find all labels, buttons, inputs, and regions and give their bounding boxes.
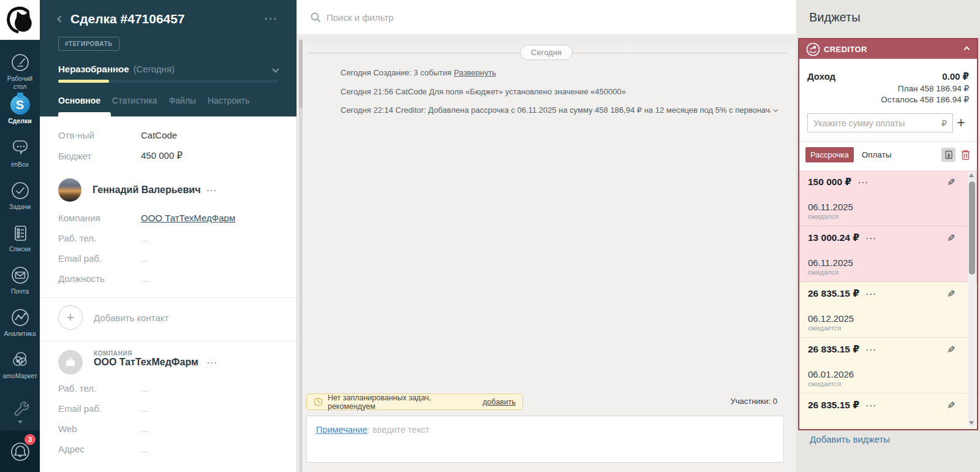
sidebar-item-lists[interactable]: Списки <box>0 223 40 253</box>
sidebar-item-mail[interactable]: Почта <box>0 265 40 295</box>
mail-icon <box>0 265 40 285</box>
payment-menu-button[interactable]: ··· <box>858 178 869 187</box>
tab-files[interactable]: Файлы <box>169 96 196 105</box>
payment-amount: 150 000 ₽ <box>808 177 851 188</box>
payment-row[interactable]: 26 835.15 ₽··· ✎ <box>799 394 977 429</box>
sidebar-item-label: amoМаркет <box>0 372 40 380</box>
payment-menu-button[interactable]: ··· <box>866 234 877 243</box>
back-icon[interactable] <box>57 15 64 22</box>
feed-scrollbar-thumb[interactable] <box>299 40 303 108</box>
creditor-widget-header[interactable]: CREDITOR <box>799 39 977 59</box>
payment-row[interactable]: 26 835.15 ₽··· ✎ 06.01.2026 ожидается <box>799 338 977 394</box>
tab-main[interactable]: Основное <box>58 96 100 105</box>
company-field-web[interactable]: Web ... <box>40 419 296 439</box>
payment-row[interactable]: 13 000.24 ₽··· ✎ 06.11.2025 ожидался <box>799 226 977 282</box>
payment-menu-button[interactable]: ··· <box>866 345 877 354</box>
add-contact-button[interactable]: + Добавить контакт <box>40 298 296 337</box>
payment-amount: 26 835.15 ₽ <box>808 400 859 411</box>
contact-field-email[interactable]: Email раб. ... <box>40 248 296 268</box>
sidebar-item-amomarket[interactable]: amoМаркет <box>0 350 40 380</box>
edit-payment-icon[interactable]: ✎ <box>947 232 955 244</box>
chevron-down-icon[interactable] <box>773 107 778 112</box>
note-type-selector[interactable]: Примечание <box>316 425 368 435</box>
company-name[interactable]: ООО ТатТехМедФарм <box>94 357 198 367</box>
contact-menu-button[interactable]: ··· <box>206 186 217 195</box>
day-divider-pill: Сегодня <box>520 45 573 60</box>
tab-payments[interactable]: Оплаты <box>862 150 941 159</box>
scroll-up-icon[interactable] <box>969 173 974 177</box>
sidebar-item-analytics[interactable]: Аналитика <box>0 308 40 338</box>
payment-row[interactable]: 26 835.15 ₽··· ✎ 06.12.2025 ожидается <box>799 282 977 338</box>
edit-payment-icon[interactable]: ✎ <box>947 177 955 188</box>
payment-date: 06.01.2026 <box>808 369 952 379</box>
export-document-button[interactable] <box>941 148 956 162</box>
sidebar-item-label: imBox <box>0 161 40 169</box>
contact-field-position[interactable]: Должность ... <box>40 268 296 289</box>
deal-details: Отв-ный CatCode Бюджет 450 000 ₽ Геннади… <box>40 116 296 459</box>
payment-status: ожидался <box>808 213 952 220</box>
contact-field-company[interactable]: Компания ООО ТатТехМедФарм <box>40 208 296 228</box>
speedometer-icon <box>0 53 40 72</box>
company-type-label: КОМПАНИЯ <box>94 350 217 357</box>
feed-event-budget: Сегодня 21:56 CatCode Для поля «Бюджет» … <box>341 87 777 96</box>
company-field-phone[interactable]: Раб. тел. ... <box>40 378 296 398</box>
edit-payment-icon[interactable]: ✎ <box>947 288 955 300</box>
payments-scrollbar[interactable] <box>968 172 976 427</box>
day-divider: Сегодня <box>306 45 786 60</box>
document-download-icon <box>944 150 953 159</box>
payment-amount-input[interactable] <box>813 118 941 128</box>
tab-statistics[interactable]: Статистика <box>112 96 157 105</box>
check-circle-icon <box>0 181 40 200</box>
sidebar-item-desktop[interactable]: Рабочий стол <box>0 53 40 91</box>
payment-amount: 26 835.15 ₽ <box>808 288 859 299</box>
sidebar-item-settings[interactable] <box>0 398 40 424</box>
contact-avatar[interactable] <box>58 178 81 202</box>
edit-payment-icon[interactable]: ✎ <box>947 400 955 411</box>
add-task-link[interactable]: добавить <box>483 398 516 406</box>
field-budget[interactable]: Бюджет 450 000 ₽ <box>40 145 296 166</box>
contact-field-phone[interactable]: Раб. тел. ... <box>40 228 296 248</box>
scroll-down-icon[interactable] <box>969 421 974 425</box>
tag-button[interactable]: #ТЕГИРОВАТЬ <box>58 37 119 51</box>
pipeline-stage-selector[interactable]: Неразобранное (Сегодня) <box>58 64 278 74</box>
participants-counter: Участники: 0 <box>730 397 777 406</box>
edit-payment-icon[interactable]: ✎ <box>947 344 955 356</box>
expand-link[interactable]: Развернуть <box>454 68 496 77</box>
company-field-email[interactable]: Email раб. ... <box>40 398 296 419</box>
active-tab-indicator <box>58 112 111 116</box>
widget-name: CREDITOR <box>824 45 965 54</box>
sidebar-item-imbox[interactable]: imBox <box>0 139 40 169</box>
search-icon <box>311 12 321 23</box>
feed-event-creation: Сегодня Создание: 3 события Развернуть <box>341 68 777 77</box>
deal-panel: Сделка #47106457 ··· #ТЕГИРОВАТЬ Неразоб… <box>40 0 297 472</box>
company-avatar[interactable] <box>58 350 83 375</box>
company-menu-button[interactable]: ··· <box>207 358 218 367</box>
collapse-icon[interactable] <box>964 46 970 52</box>
payment-row[interactable]: 150 000 ₽··· ✎ 06.11.2025 ожидался <box>799 170 977 226</box>
contact-name[interactable]: Геннадий Валерьевич <box>92 185 200 196</box>
payments-scrollbar-thumb[interactable] <box>969 181 975 275</box>
sidebar-item-deals[interactable]: S Сделки <box>0 95 40 125</box>
sidebar-item-notifications[interactable]: 3 <box>0 430 40 472</box>
stage-period: (Сегодня) <box>134 64 273 74</box>
event-feed: Сегодня Сегодня Создание: 3 события Разв… <box>298 0 796 472</box>
company-field-address[interactable]: Адрес ... <box>40 439 296 459</box>
creditor-widget: CREDITOR Доход 0.00 ₽ План 458 186.94 ₽ … <box>798 38 978 430</box>
deal-menu-button[interactable]: ··· <box>265 13 278 25</box>
sidebar-item-tasks[interactable]: Задачи <box>0 181 40 211</box>
tab-installment[interactable]: Рассрочка <box>805 147 854 162</box>
payment-menu-button[interactable]: ··· <box>866 289 877 299</box>
field-responsible[interactable]: Отв-ный CatCode <box>40 125 296 145</box>
feed-search-bar <box>298 0 796 35</box>
sidebar-item-label: Аналитика <box>0 330 40 338</box>
note-input[interactable]: Примечание: введите текст <box>306 416 784 463</box>
amocrm-logo[interactable] <box>0 0 40 40</box>
add-payment-button[interactable]: + <box>953 116 969 130</box>
payment-status: ожидается <box>808 380 952 387</box>
cat-logo-icon <box>4 4 36 36</box>
delete-button[interactable] <box>960 149 971 161</box>
payment-menu-button[interactable]: ··· <box>866 401 877 410</box>
search-input[interactable] <box>326 12 510 23</box>
add-widgets-link[interactable]: Добавить виджеты <box>810 434 890 444</box>
tab-setup[interactable]: Настроить <box>208 96 249 105</box>
